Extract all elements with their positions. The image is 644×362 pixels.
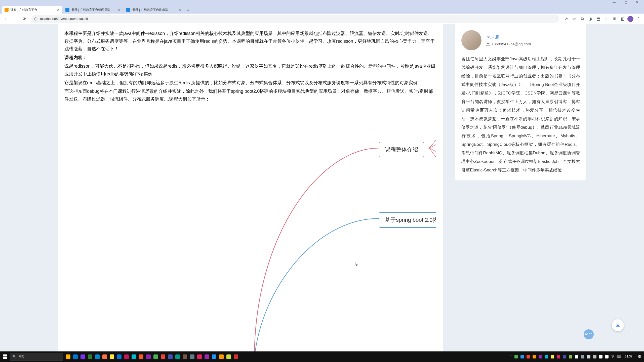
floating-timer-bubble[interactable]: 00:20 [584,329,594,339]
tray-icon-2[interactable] [526,354,531,359]
taskbar-app-12[interactable] [152,353,159,360]
chrome-menu-icon[interactable]: ⋮ [635,15,642,22]
omni-action-1[interactable]: ☆ [571,15,578,22]
url-text: localhost:9530/#/course/detail/25 [40,17,88,21]
tray-icon-6[interactable] [550,354,555,359]
omni-action-2[interactable]: ⧉ [579,15,586,22]
taskbar-app-17[interactable] [189,353,195,360]
tray-icon-15[interactable] [604,354,609,359]
taskbar-app-8[interactable] [123,353,130,360]
tray-icon-9[interactable] [568,354,573,359]
taskbar-app-7[interactable] [116,353,123,360]
mail-icon [486,43,490,46]
taskbar-app-15[interactable] [174,353,181,360]
taskbar-app-18[interactable] [196,353,203,360]
tray-overflow-icon[interactable]: ˄ [508,354,513,359]
tab-title: 登录 | 在线教育平台讲师端 [132,8,176,12]
browser-tab-2[interactable]: 登录 | 在线教育平台讲师端 ✕ [124,6,184,14]
course-mindmap: 课程整体介绍 基于spring boot 2.0搭建企业级多 课程介绍 课程收益… [64,113,436,351]
taskbar-app-23[interactable] [233,353,239,360]
tab-close-icon[interactable]: ✕ [178,8,182,12]
taskbar-app-2[interactable] [79,353,86,360]
course-content-heading: 课程内容： [64,54,436,62]
svg-rect-4 [3,354,5,356]
omni-action-0[interactable]: ⊘ [562,15,570,22]
tab-title: 登录 | 在线教育平台管理员端 [71,8,115,12]
profile-avatar[interactable] [627,15,634,22]
new-tab-button[interactable]: ＋ [185,7,192,14]
tab-title: 课程 | 在线教育平台 [11,8,54,12]
nav-back[interactable]: ← [2,15,10,23]
taskbar-app-22[interactable] [225,353,232,360]
windows-taskbar: 🔍 搜索 ˄ 英 ⌨ 21:37 💬 [0,351,644,362]
browser-tab-0[interactable]: 课程 | 在线教育平台 ✕ [2,6,62,14]
teacher-avatar [461,30,481,50]
tray-icon-0[interactable] [514,354,519,359]
ime-keyboard-icon[interactable]: ⌨ [616,354,621,359]
taskbar-app-19[interactable] [204,353,210,360]
tray-icon-11[interactable] [580,354,585,359]
course-intro-p3: 它是架设在redis基础之上，但拥有的功能却远远多于原生Redis 所提供的，比… [64,79,436,87]
address-bar: ← → ⟳ ⓘ localhost:9530/#/course/detail/2… [0,14,644,24]
taskbar-app-13[interactable] [160,353,166,360]
mindmap-node-overview: 课程整体介绍 [379,142,424,157]
tray-icon-1[interactable] [520,354,525,359]
taskbar-app-5[interactable] [101,353,108,360]
tray-icon-12[interactable] [586,354,591,359]
window-maximize[interactable]: ▢ [620,1,631,4]
site-info-icon[interactable]: ⓘ [34,17,38,21]
omnibox[interactable]: ⓘ localhost:9530/#/course/detail/25 [31,15,559,23]
taskbar-app-14[interactable] [167,353,174,360]
search-placeholder: 搜索 [18,355,24,359]
tray-icon-3[interactable] [532,354,537,359]
window-minimize[interactable]: — [608,1,620,4]
teacher-card: 李老师 13689541254@qq.com 曾担任阿里大文娱事业部Java高级… [455,24,586,180]
taskbar-app-3[interactable] [87,353,93,360]
tray-icon-13[interactable] [592,354,597,359]
taskbar-app-20[interactable] [211,353,217,360]
favicon [65,8,69,12]
omni-action-5[interactable]: ⇩ [603,15,610,22]
browser-tab-1[interactable]: 登录 | 在线教育平台管理员端 ✕ [63,6,123,14]
omni-action-3[interactable]: ◑ [587,15,594,22]
scroll-to-top-button[interactable] [612,319,624,331]
sidebar: 李老师 13689541254@qq.com 曾担任阿里大文娱事业部Java高级… [455,24,586,351]
taskbar-search[interactable]: 🔍 搜索 [10,353,63,360]
taskbar-app-1[interactable] [72,353,79,360]
tray-icon-7[interactable] [556,354,561,359]
taskbar-app-4[interactable] [94,353,101,360]
taskbar-app-10[interactable] [138,353,144,360]
taskbar-app-0[interactable] [65,353,71,360]
tray-icon-8[interactable] [562,354,567,359]
teacher-bio: 曾担任阿里大文娱事业部Java高级后端工程师，长期扎根于一线编码开发、系统架构设… [461,55,580,174]
svg-rect-7 [5,357,7,359]
omni-action-4[interactable]: ⬒ [595,15,602,22]
course-content: 本课程主要是介绍并实战一款java中间件~redisson，介绍redisson… [58,24,443,351]
window-close[interactable]: ✕ [631,1,643,4]
action-center-icon[interactable]: 💬 [635,351,644,362]
system-tray: ˄ [508,354,610,359]
course-intro-p2: 说起redisson，可能大伙儿不是很熟悉，但如果说起redis，想必肯定很多人… [64,62,436,78]
page-viewport: 本课程主要是介绍并实战一款java中间件~redisson，介绍redisson… [0,24,644,351]
taskbar-apps [65,353,239,360]
taskbar-app-16[interactable] [182,353,188,360]
search-icon: 🔍 [12,355,16,358]
tray-icon-5[interactable] [544,354,549,359]
tray-icon-14[interactable] [598,354,603,359]
tray-icon-4[interactable] [538,354,543,359]
tray-icon-10[interactable] [574,354,579,359]
omni-action-6[interactable]: ⊞ [611,15,618,22]
omni-action-7[interactable]: ◧ [619,15,626,22]
nav-reload[interactable]: ⟳ [20,15,28,23]
taskbar-clock[interactable]: 21:37 [622,355,635,358]
ime-indicator[interactable]: 英 [610,354,615,359]
taskbar-app-11[interactable] [145,353,152,360]
taskbar-app-9[interactable] [131,353,137,360]
teacher-name[interactable]: 李老师 [486,34,531,40]
taskbar-app-6[interactable] [109,353,115,360]
taskbar-app-21[interactable] [218,353,225,360]
start-button[interactable] [0,351,10,362]
teacher-email: 13689541254@qq.com [486,42,531,46]
tab-close-icon[interactable]: ✕ [56,8,60,12]
tab-close-icon[interactable]: ✕ [117,8,121,12]
